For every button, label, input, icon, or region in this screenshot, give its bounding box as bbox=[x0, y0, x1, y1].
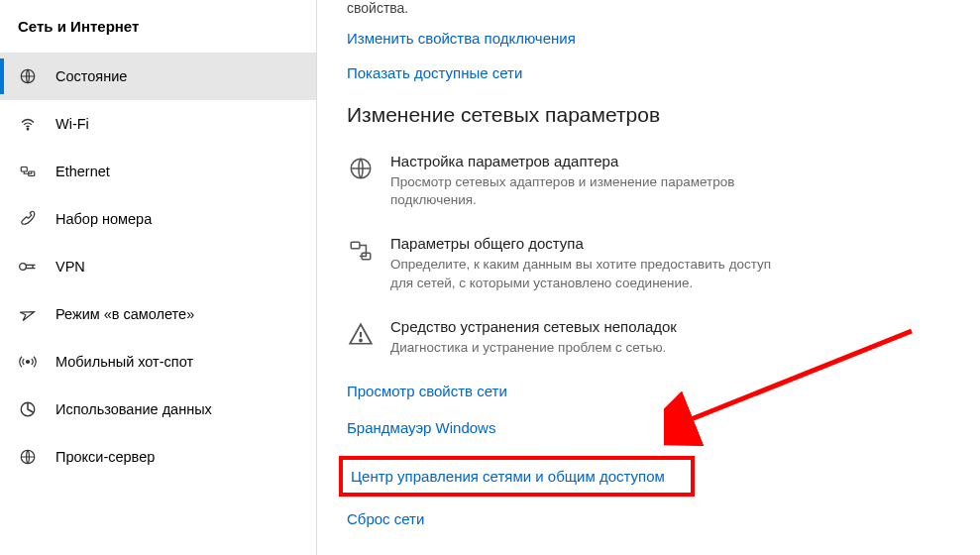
bottom-links: Просмотр свойств сети Брандмауэр Windows… bbox=[347, 383, 950, 527]
ethernet-icon bbox=[18, 162, 38, 181]
option-title: Настройка параметров адаптера bbox=[390, 153, 787, 169]
option-sharing-settings[interactable]: Параметры общего доступа Определите, к к… bbox=[347, 235, 950, 291]
sidebar-item-ethernet[interactable]: Ethernet bbox=[0, 148, 316, 195]
sidebar-item-wifi[interactable]: Wi-Fi bbox=[0, 100, 316, 148]
sidebar-item-label: Wi-Fi bbox=[55, 116, 89, 132]
svg-point-11 bbox=[360, 339, 362, 341]
option-title: Средство устранения сетевых неполадок bbox=[390, 318, 677, 335]
link-windows-firewall[interactable]: Брандмауэр Windows bbox=[347, 419, 950, 436]
sidebar-item-label: VPN bbox=[55, 259, 85, 275]
sidebar-item-label: Мобильный хот-спот bbox=[55, 354, 193, 370]
vpn-icon bbox=[18, 257, 38, 277]
dialup-icon bbox=[18, 209, 38, 229]
svg-rect-9 bbox=[351, 243, 360, 250]
link-network-sharing-center[interactable]: Центр управления сетями и общим доступом bbox=[351, 468, 665, 485]
sharing-icon bbox=[347, 237, 375, 265]
option-desc: Определите, к каким данным вы хотите пре… bbox=[390, 256, 787, 291]
sidebar-item-proxy[interactable]: Прокси-сервер bbox=[0, 433, 316, 481]
annotation-highlight: Центр управления сетями и общим доступом bbox=[339, 456, 695, 497]
sidebar-item-label: Прокси-сервер bbox=[55, 449, 155, 465]
content: свойства. Изменить свойства подключения … bbox=[317, 0, 980, 555]
sidebar-item-status[interactable]: Состояние bbox=[0, 53, 316, 100]
wifi-icon bbox=[18, 114, 38, 134]
hotspot-icon bbox=[18, 352, 38, 372]
sidebar-item-label: Ethernet bbox=[55, 164, 110, 179]
sidebar-item-hotspot[interactable]: Мобильный хот-спот bbox=[0, 338, 316, 386]
sidebar-item-label: Режим «в самолете» bbox=[55, 306, 194, 322]
sidebar-item-vpn[interactable]: VPN bbox=[0, 243, 316, 290]
section-heading: Изменение сетевых параметров bbox=[347, 103, 950, 127]
sidebar: Сеть и Интернет Состояние Wi-Fi bbox=[0, 0, 317, 555]
truncated-text: свойства. bbox=[347, 0, 950, 16]
adapter-icon bbox=[347, 155, 375, 182]
link-show-available-networks[interactable]: Показать доступные сети bbox=[347, 64, 950, 81]
link-change-connection-props[interactable]: Изменить свойства подключения bbox=[347, 30, 950, 47]
sidebar-item-datausage[interactable]: Использование данных bbox=[0, 386, 316, 433]
svg-rect-2 bbox=[21, 167, 27, 172]
data-usage-icon bbox=[18, 399, 38, 419]
svg-point-5 bbox=[27, 361, 30, 364]
svg-point-1 bbox=[27, 129, 29, 131]
option-title: Параметры общего доступа bbox=[390, 235, 787, 252]
troubleshoot-icon bbox=[347, 320, 375, 348]
sidebar-title: Сеть и Интернет bbox=[0, 18, 316, 53]
sidebar-item-airplane[interactable]: Режим «в самолете» bbox=[0, 290, 316, 338]
option-desc: Диагностика и устранение проблем с сетью… bbox=[390, 339, 677, 357]
globe-icon bbox=[18, 66, 38, 86]
link-view-network-props[interactable]: Просмотр свойств сети bbox=[347, 383, 950, 399]
sidebar-item-label: Состояние bbox=[55, 68, 127, 84]
svg-point-4 bbox=[20, 264, 27, 271]
sidebar-item-dialup[interactable]: Набор номера bbox=[0, 195, 316, 243]
option-desc: Просмотр сетевых адаптеров и изменение п… bbox=[390, 173, 787, 209]
proxy-icon bbox=[18, 447, 38, 467]
sidebar-item-label: Набор номера bbox=[55, 211, 152, 227]
option-adapter-settings[interactable]: Настройка параметров адаптера Просмотр с… bbox=[347, 153, 950, 209]
link-network-reset[interactable]: Сброс сети bbox=[347, 510, 950, 527]
airplane-icon bbox=[18, 304, 38, 324]
option-troubleshoot[interactable]: Средство устранения сетевых неполадок Ди… bbox=[347, 318, 950, 357]
sidebar-item-label: Использование данных bbox=[55, 401, 212, 417]
